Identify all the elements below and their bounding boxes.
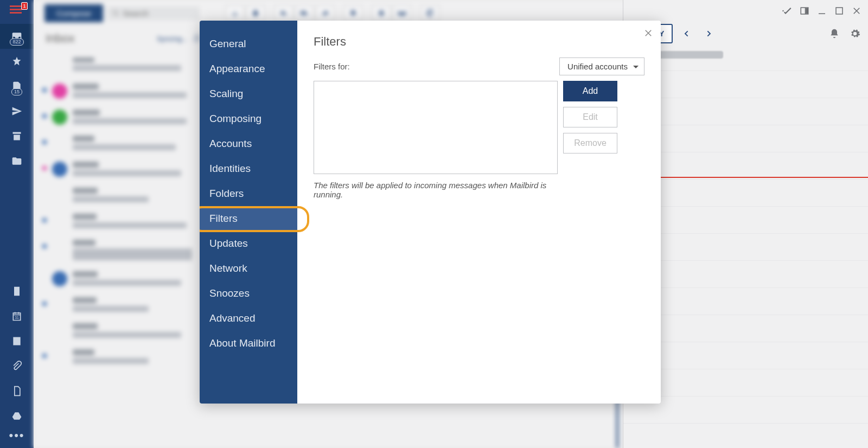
hamburger-menu-icon[interactable]: 1 xyxy=(8,3,25,16)
window-close-icon[interactable] xyxy=(852,6,861,16)
account-dropdown[interactable]: Unified accounts xyxy=(559,57,644,75)
app-attachments-icon[interactable] xyxy=(0,354,34,379)
nav-snoozes[interactable]: Snoozes xyxy=(200,281,297,306)
nav-folders[interactable] xyxy=(0,149,34,174)
notifications-icon[interactable] xyxy=(829,28,840,39)
nav-updates[interactable]: Updates xyxy=(200,231,297,256)
nav-accounts[interactable]: Accounts xyxy=(200,131,297,156)
window-minimize-icon[interactable] xyxy=(817,6,827,16)
message-list xyxy=(34,51,207,371)
nav-starred[interactable] xyxy=(0,49,34,74)
filters-title: Filters xyxy=(314,35,644,49)
nav-about[interactable]: About Mailbird xyxy=(200,331,297,356)
inbox-title: Inbox xyxy=(46,31,75,46)
toolbar-block-icon[interactable] xyxy=(421,5,439,21)
settings-content: Filters Filters for: Unified accounts Ad… xyxy=(297,21,661,404)
settings-gear-icon[interactable] xyxy=(850,28,860,39)
toolbar-download-icon[interactable] xyxy=(226,5,244,21)
nav-inbox[interactable]: 822 xyxy=(0,24,34,49)
remove-button[interactable]: Remove xyxy=(563,133,617,153)
nav-composing[interactable]: Composing xyxy=(200,106,297,131)
edit-button[interactable]: Edit xyxy=(563,107,617,127)
toolbar-replyall-icon[interactable] xyxy=(295,5,314,21)
drafts-count: 15 xyxy=(11,88,22,95)
calendar-next-icon[interactable] xyxy=(700,24,718,43)
toolbar-star-icon[interactable] xyxy=(372,5,391,21)
search-placeholder: Search xyxy=(123,9,149,18)
app-sidebar: 1 822 15 31 ••• xyxy=(0,0,34,448)
toolbar-snooze-icon[interactable] xyxy=(344,5,362,21)
titlebar-check-icon[interactable] xyxy=(782,6,792,16)
nav-drafts[interactable]: 15 xyxy=(0,74,34,99)
filters-note: The filters will be applied to incoming … xyxy=(314,181,558,199)
add-button[interactable]: Add xyxy=(563,81,617,101)
menu-badge: 1 xyxy=(21,2,28,10)
account-selected: Unified accounts xyxy=(567,62,628,71)
more-apps-icon[interactable]: ••• xyxy=(9,428,24,448)
app-files-icon[interactable] xyxy=(0,379,34,404)
titlebar-panel-icon[interactable] xyxy=(800,6,809,16)
compose-button[interactable]: Compose xyxy=(44,4,103,22)
filters-for-label: Filters for: xyxy=(314,62,350,71)
nav-filters-label: Filters xyxy=(209,213,238,224)
app-drive-icon[interactable] xyxy=(0,404,34,428)
toolbar-markread-icon[interactable] xyxy=(393,5,411,21)
app-notes-icon[interactable] xyxy=(0,279,34,304)
inbox-count: 822 xyxy=(10,39,23,46)
settings-nav: General Appearance Scaling Composing Acc… xyxy=(200,21,297,404)
filters-listbox[interactable] xyxy=(314,81,558,174)
toolbar-forward-icon[interactable] xyxy=(316,5,334,21)
nav-folders[interactable]: Folders xyxy=(200,181,297,206)
calendar-prev-icon[interactable] xyxy=(677,24,695,43)
toolbar-trash-icon[interactable] xyxy=(246,5,265,21)
settings-dialog: General Appearance Scaling Composing Acc… xyxy=(200,21,661,404)
nav-network[interactable]: Network xyxy=(200,256,297,281)
nav-appearance[interactable]: Appearance xyxy=(200,56,297,81)
svg-text:31: 31 xyxy=(15,316,19,319)
app-calendar-icon[interactable]: 31 xyxy=(0,304,34,329)
nav-general[interactable]: General xyxy=(200,31,297,56)
nav-scaling[interactable]: Scaling xyxy=(200,81,297,106)
window-maximize-icon[interactable] xyxy=(834,6,844,16)
nav-sent[interactable] xyxy=(0,99,34,124)
search-input[interactable]: Search xyxy=(107,7,200,20)
app-contacts-icon[interactable] xyxy=(0,329,34,354)
nav-identities[interactable]: Identities xyxy=(200,156,297,181)
toolbar-reply-icon[interactable] xyxy=(275,5,293,21)
syncing-label: Syncing... xyxy=(157,35,188,43)
close-dialog-icon[interactable] xyxy=(643,28,653,40)
nav-archive[interactable] xyxy=(0,124,34,149)
nav-advanced[interactable]: Advanced xyxy=(200,306,297,331)
nav-filters[interactable]: Filters xyxy=(200,206,297,231)
